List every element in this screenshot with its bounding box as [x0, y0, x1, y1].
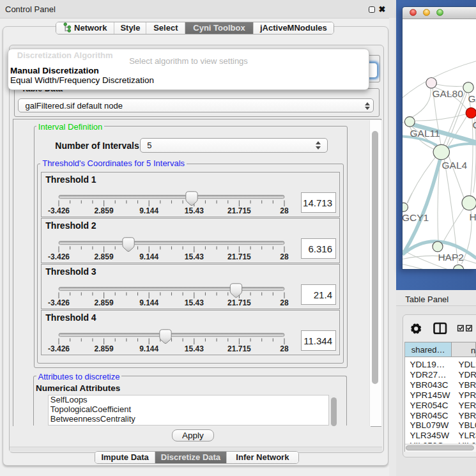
svg-text:GAL80: GAL80: [433, 88, 464, 99]
svg-text:GAL4: GAL4: [442, 160, 468, 171]
svg-text:GA: GA: [468, 93, 476, 104]
svg-text:CD: CD: [473, 119, 476, 130]
svg-text:HAP2: HAP2: [438, 251, 464, 262]
svg-text:GAL11: GAL11: [410, 127, 440, 138]
svg-text:GCY1: GCY1: [403, 212, 429, 223]
svg-text:HI: HI: [470, 211, 476, 222]
